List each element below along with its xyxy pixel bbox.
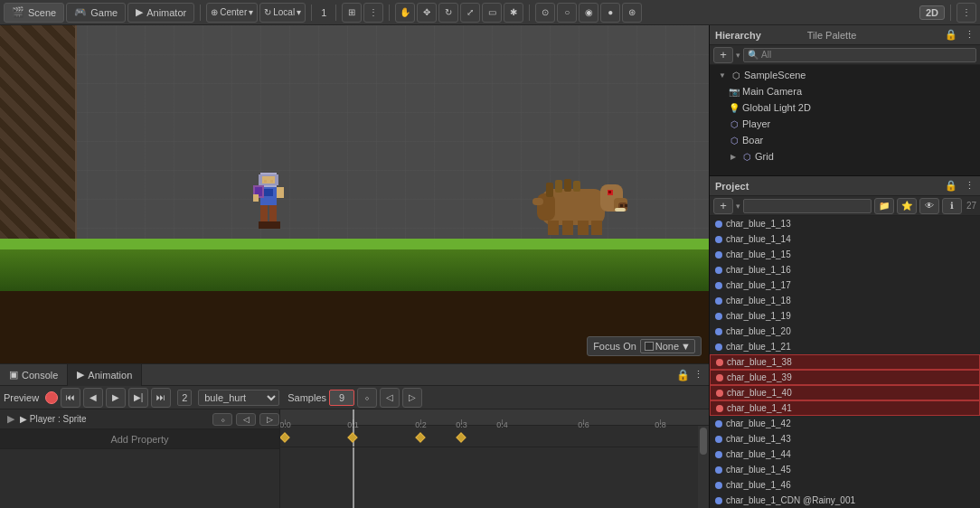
track-prev-btn[interactable]: ◁ <box>236 413 256 426</box>
oval-btn[interactable]: ○ <box>557 3 577 23</box>
project-list-item[interactable]: char_blue_1_39 <box>710 370 980 385</box>
menu-icon[interactable]: ⋮ <box>693 369 703 381</box>
add-property-label[interactable]: Add Property <box>101 434 177 445</box>
snap-btn[interactable]: ⋮ <box>363 3 383 23</box>
track-next-btn[interactable]: ▷ <box>259 413 279 426</box>
project-header: Project 🔒 ⋮ <box>710 176 980 196</box>
goto-start-btn[interactable]: ⏮ <box>61 388 80 408</box>
project-list-item[interactable]: char_blue_1_CDN @Rainy_001 <box>710 493 980 508</box>
fav-btn[interactable]: ⭐ <box>897 198 917 214</box>
anim-tracks: ▶ ▶ Player : Sprite ⬦ ◁ ▷ Add Property <box>0 409 280 508</box>
menu-dots-btn[interactable]: ⋮ <box>956 3 976 23</box>
sprite-dot-icon <box>715 482 722 489</box>
project-list-item[interactable]: char_blue_1_21 <box>710 339 980 354</box>
samples-input[interactable] <box>329 390 354 406</box>
prev-keyframe-btn[interactable]: ◁ <box>380 388 400 408</box>
tree-item-global-light[interactable]: 💡 Global Light 2D <box>710 99 980 116</box>
separator-1 <box>200 5 201 21</box>
next-keyframe-btn[interactable]: ▷ <box>402 388 422 408</box>
project-list-item[interactable]: char_blue_1_40 <box>710 385 980 400</box>
lock-icon[interactable]: 🔒 <box>676 369 690 381</box>
project-list-item[interactable]: char_blue_1_16 <box>710 262 980 278</box>
filter-btn[interactable]: 👁 <box>919 198 939 214</box>
info-btn[interactable]: ℹ <box>942 198 962 214</box>
lock-icon-hierarchy[interactable]: 🔒 <box>945 29 957 41</box>
keyframe-1[interactable] <box>280 432 290 442</box>
dot-btn[interactable]: ⊛ <box>622 3 642 23</box>
project-list[interactable]: char_blue_1_13char_blue_1_14char_blue_1_… <box>710 216 980 508</box>
tree-item-scene[interactable]: ▼ ⬡ SampleScene <box>710 67 980 83</box>
lock-icon-project[interactable]: 🔒 <box>945 180 957 192</box>
keyframe-2[interactable] <box>347 432 357 442</box>
svg-rect-31 <box>578 221 589 235</box>
timeline-scrollbar[interactable] <box>698 426 709 508</box>
record-button[interactable] <box>45 391 58 404</box>
project-list-item[interactable]: char_blue_1_45 <box>710 462 980 477</box>
add-keyframe-btn[interactable]: ⬦ <box>357 388 377 408</box>
add-property-row[interactable]: Add Property <box>0 429 279 449</box>
move-tool[interactable]: ✥ <box>417 3 437 23</box>
project-list-item[interactable]: char_blue_1_20 <box>710 324 980 339</box>
sprite-dot-icon <box>715 236 722 243</box>
hierarchy-search[interactable]: 🔍 All <box>743 48 976 62</box>
hand-tool[interactable]: ✋ <box>395 3 415 23</box>
space-local-btn[interactable]: ↻ Local ▾ <box>259 3 306 23</box>
scale-tool[interactable]: ⤢ <box>460 3 480 23</box>
sprite-track-timeline[interactable] <box>280 428 709 447</box>
project-list-item[interactable]: char_blue_1_41 <box>710 400 980 416</box>
menu-icon-project[interactable]: ⋮ <box>965 180 975 192</box>
keyframe-4[interactable] <box>456 432 466 442</box>
focus-dropdown[interactable]: None ▼ <box>640 339 695 353</box>
transform-center-btn[interactable]: ⊕ Center ▾ <box>206 3 258 23</box>
tab-game[interactable]: 🎮 Game <box>66 3 126 23</box>
project-search-input[interactable] <box>743 199 872 213</box>
mode-2d-badge[interactable]: 2D <box>919 5 945 20</box>
tree-item-grid[interactable]: ▶ ⬡ Grid <box>710 148 980 165</box>
free-tool[interactable]: ✱ <box>504 3 523 23</box>
tab-console[interactable]: ▣ Console <box>0 364 68 386</box>
project-add-btn[interactable]: + <box>713 198 733 214</box>
track-add-key-btn[interactable]: ⬦ <box>212 413 232 426</box>
play-btn[interactable]: ▶ <box>106 388 126 408</box>
step-back-btn[interactable]: ◀ <box>83 388 103 408</box>
tab-animator[interactable]: ▶ Animator <box>127 3 194 23</box>
tree-item-main-camera[interactable]: 📷 Main Camera <box>710 83 980 99</box>
tab-scene[interactable]: 🎬 Scene <box>4 3 64 23</box>
project-list-item[interactable]: char_blue_1_15 <box>710 247 980 262</box>
project-list-item[interactable]: char_blue_1_44 <box>710 447 980 462</box>
pivot-btn[interactable]: ⊙ <box>535 3 555 23</box>
tree-item-player[interactable]: ⬡ Player <box>710 116 980 132</box>
grid-btn[interactable]: ⊞ <box>342 3 362 23</box>
project-list-item[interactable]: char_blue_1_17 <box>710 278 980 293</box>
project-list-item[interactable]: char_blue_1_42 <box>710 416 980 431</box>
clip-select[interactable]: bule_hurt <box>198 390 279 406</box>
tile-palette-tab[interactable]: Tile Palette <box>807 30 857 41</box>
rect-tool[interactable]: ▭ <box>482 3 502 23</box>
keyframe-3[interactable] <box>415 432 425 442</box>
menu-icon-hierarchy[interactable]: ⋮ <box>965 29 975 41</box>
scene-viewport[interactable]: Focus On None ▼ <box>0 25 709 363</box>
rotate-tool[interactable]: ↻ <box>438 3 458 23</box>
project-item-label: char_blue_1_CDN @Rainy_001 <box>726 495 855 505</box>
timeline-playhead[interactable] <box>353 409 354 508</box>
project-list-item[interactable]: char_blue_1_13 <box>710 216 980 231</box>
project-list-item[interactable]: char_blue_1_38 <box>710 354 980 370</box>
project-list-item[interactable]: char_blue_1_19 <box>710 308 980 324</box>
circle-btn[interactable]: ● <box>600 3 620 23</box>
hierarchy-add-btn[interactable]: + <box>713 47 733 63</box>
folder-view-btn[interactable]: 📁 <box>874 198 894 214</box>
right-panel: Hierarchy Tile Palette 🔒 ⋮ + ▾ 🔍 All ▼ ⬡ <box>709 25 980 508</box>
goto-end-btn[interactable]: ⏭ <box>151 388 171 408</box>
project-list-item[interactable]: char_blue_1_18 <box>710 293 980 308</box>
animation-tab-icon: ▶ <box>77 369 84 381</box>
project-title: Project <box>715 181 826 192</box>
eye-btn[interactable]: ◉ <box>579 3 598 23</box>
tree-item-boar[interactable]: ⬡ Boar <box>710 132 980 148</box>
step-fwd-btn[interactable]: ▶| <box>128 388 148 408</box>
timeline-area[interactable]: 0:0 0:1 0:2 0:3 <box>280 409 709 508</box>
tab-animation[interactable]: ▶ Animation <box>68 364 142 386</box>
project-list-item[interactable]: char_blue_1_43 <box>710 431 980 447</box>
scrollbar-thumb[interactable] <box>700 428 707 455</box>
project-list-item[interactable]: char_blue_1_46 <box>710 477 980 493</box>
project-list-item[interactable]: char_blue_1_14 <box>710 231 980 247</box>
